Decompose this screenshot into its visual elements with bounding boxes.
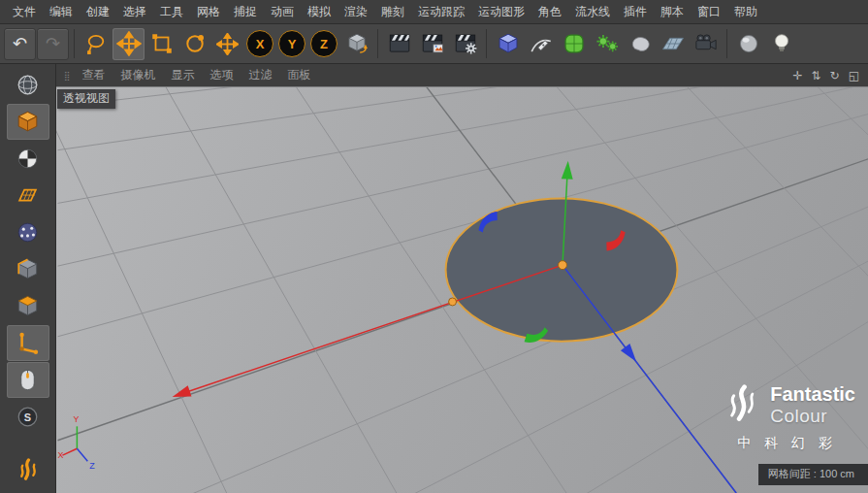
points-mode-button[interactable] [7,214,49,250]
x-axis-lock-button[interactable]: X [246,30,273,57]
polygons-mode-button[interactable] [7,288,49,324]
menu-file[interactable]: 文件 [6,0,43,23]
add-cube-button[interactable] [492,28,524,60]
vmenu-options[interactable]: 选项 [203,67,241,83]
brand-flame-icon [719,381,761,428]
scale-icon [149,31,175,56]
perspective-viewport[interactable]: Y X Z 透视视图 Fantastic Colour 中 科 幻 彩 [56,87,868,493]
edges-cube-icon [15,256,41,282]
vmenu-panel[interactable]: 面板 [280,67,319,83]
gizmo-z-arrowhead[interactable] [621,344,641,365]
coordinate-system-button[interactable] [340,28,372,60]
light-bulb-icon [769,31,794,56]
indicator-z-axis [77,448,87,461]
globe-icon [15,72,41,98]
disc-object[interactable] [446,198,678,341]
viewport-toggle-icon[interactable]: ◱ [849,69,859,82]
indicator-z-label: Z [89,461,95,471]
display-mode-button[interactable] [732,28,764,60]
viewport-rotate-icon[interactable]: ↻ [830,69,840,82]
redo-button[interactable]: ↷ [37,28,69,60]
add-volume-button[interactable] [624,28,656,60]
menu-snap[interactable]: 捕捉 [227,0,264,23]
convert-object-button[interactable] [7,67,49,103]
brand-name-top: Fantastic [770,383,855,406]
menu-edit[interactable]: 编辑 [43,0,80,23]
toolbar-separator [726,29,727,58]
menu-plugins[interactable]: 插件 [617,0,654,23]
add-camera-button[interactable] [690,28,722,60]
menu-animation[interactable]: 动画 [264,0,301,23]
edges-mode-button[interactable] [7,251,49,287]
gizmo-center-handle[interactable] [559,261,567,270]
render-picture-viewer-button[interactable] [416,28,448,60]
blob-icon [627,31,653,56]
menu-character[interactable]: 角色 [531,0,568,23]
viewport-pan-icon[interactable]: ✛ [792,69,802,82]
menu-mograph[interactable]: 运动图形 [471,0,531,23]
vmenu-display[interactable]: 显示 [164,67,203,83]
vmenu-filter[interactable]: 过滤 [241,67,280,83]
texture-mode-button[interactable] [7,141,49,177]
grid-spacing-status: 网格间距 : 100 cm [758,464,868,485]
menu-sculpt[interactable]: 雕刻 [374,0,411,23]
model-mode-button[interactable] [7,104,49,140]
main-toolbar: ↶ ↷ X Y Z [0,24,868,64]
add-deformer-button[interactable] [591,28,623,60]
z-axis-lock-button[interactable]: Z [310,30,338,57]
move-tool-button[interactable] [113,28,145,60]
cross-arrows-icon [216,33,239,55]
gizmo-y-arrowhead[interactable] [562,160,574,180]
vmenu-camera[interactable]: 摄像机 [113,67,164,83]
redo-icon: ↷ [46,35,60,52]
render-settings-button[interactable] [449,28,481,60]
menu-select[interactable]: 选择 [116,0,153,23]
flame-icon [15,458,41,484]
add-spline-button[interactable] [525,28,557,60]
workplane-mode-button[interactable] [7,178,49,214]
enable-axis-button[interactable] [7,325,49,361]
viewport-panel: ⣿ 查看 摄像机 显示 选项 过滤 面板 ✛ ⇅ ↻ ◱ [56,64,868,493]
viewport-label: 透视视图 [57,89,115,109]
menu-tools[interactable]: 工具 [153,0,190,23]
omni-move-tool-button[interactable] [211,28,243,60]
menu-help[interactable]: 帮助 [727,0,764,23]
menu-script[interactable]: 脚本 [654,0,691,23]
render-view-button[interactable] [383,28,415,60]
indicator-x-axis [62,448,77,455]
clapperboard-picture-icon [420,31,445,56]
add-subdivision-surface-button[interactable] [558,28,590,60]
menu-motion-tracking[interactable]: 运动跟踪 [411,0,471,23]
snap-toggle-button[interactable]: S [7,399,49,435]
menu-render[interactable]: 渲染 [338,0,374,23]
add-floor-button[interactable] [657,28,689,60]
floor-grid-icon [660,31,686,56]
mode-palette: S [0,64,56,493]
viewport-solo-button[interactable] [7,362,49,398]
undo-icon: ↶ [13,35,27,52]
menu-mesh[interactable]: 网格 [190,0,227,23]
rotate-tool-button[interactable] [178,28,210,60]
cinema4d-window: 文件 编辑 创建 选择 工具 网格 捕捉 动画 模拟 渲染 雕刻 运动跟踪 运动… [0,0,868,493]
undo-button[interactable]: ↶ [4,28,36,60]
brand-caption: 中 科 幻 彩 [719,435,855,452]
add-light-button[interactable] [765,28,797,60]
workplane-grid-icon [15,182,41,209]
live-selection-button[interactable] [80,28,112,60]
clapperboard-icon [387,31,412,56]
axis-handle-icon [15,330,41,356]
clapperboard-gear-icon [453,31,478,56]
menu-create[interactable]: 创建 [80,0,116,23]
viewport-zoom-icon[interactable]: ⇅ [812,69,821,82]
menu-pipeline[interactable]: 流水线 [568,0,617,23]
menu-window[interactable]: 窗口 [691,0,727,23]
indicator-x-label: X [57,450,63,460]
gizmo-x-handle[interactable] [449,298,457,306]
menu-simulate[interactable]: 模拟 [301,0,338,23]
scale-tool-button[interactable] [145,28,177,60]
fantastic-colour-plugin-button[interactable] [7,453,49,489]
panel-grip-icon[interactable]: ⣿ [60,71,75,81]
vmenu-view[interactable]: 查看 [75,67,113,83]
y-axis-lock-button[interactable]: Y [278,30,305,57]
viewport-nav-icons: ✛ ⇅ ↻ ◱ [792,69,868,82]
